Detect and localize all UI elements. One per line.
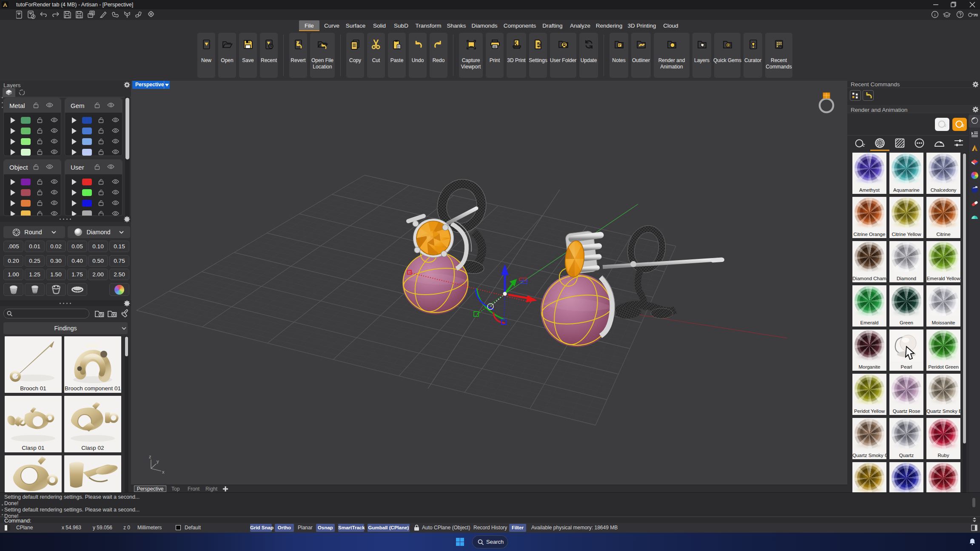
svg-text:y: y [157, 459, 159, 464]
svg-text:z: z [149, 454, 151, 459]
svg-text:x: x [162, 469, 165, 474]
